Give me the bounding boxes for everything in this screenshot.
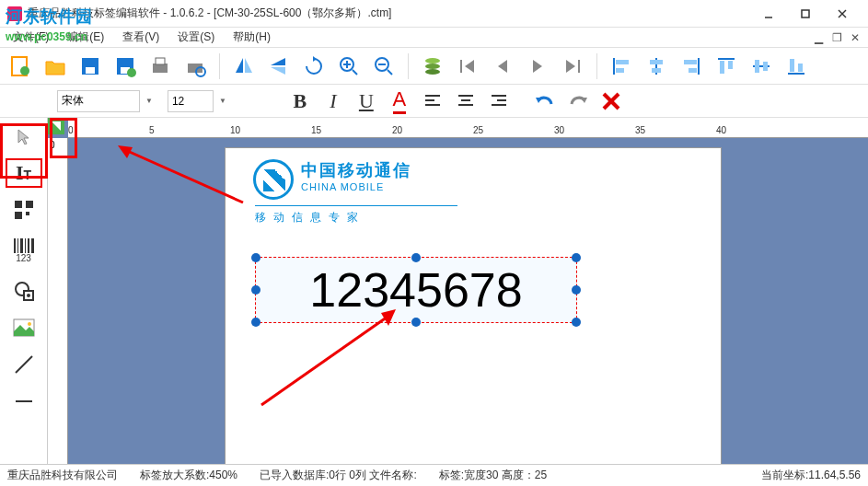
side-toolbar: IT 123 xyxy=(0,118,48,464)
ruler-origin-marker[interactable] xyxy=(48,118,64,134)
close-button[interactable] xyxy=(824,1,861,27)
underline-button[interactable]: U xyxy=(352,88,381,114)
new-icon xyxy=(8,54,32,78)
flip-v-button[interactable] xyxy=(264,52,294,81)
last-icon xyxy=(562,56,583,76)
resize-handle-sw[interactable] xyxy=(251,318,260,327)
barcode-tool[interactable]: 123 xyxy=(6,232,42,269)
last-button[interactable] xyxy=(558,52,587,81)
mdi-close-button[interactable]: ✕ xyxy=(848,30,862,45)
resize-handle-n[interactable] xyxy=(411,253,421,262)
undo-button[interactable] xyxy=(530,88,560,114)
svg-rect-38 xyxy=(728,61,733,69)
prev-button[interactable] xyxy=(488,52,517,81)
svg-point-23 xyxy=(425,64,440,69)
svg-rect-31 xyxy=(650,60,663,64)
qrcode-tool[interactable] xyxy=(6,195,42,225)
image-tool[interactable] xyxy=(6,313,42,342)
separator xyxy=(596,53,597,79)
align-left-button[interactable] xyxy=(607,52,636,81)
delete-icon xyxy=(600,90,622,112)
italic-button[interactable]: I xyxy=(318,88,348,114)
resize-handle-ne[interactable] xyxy=(572,253,581,262)
svg-rect-7 xyxy=(86,67,95,74)
new-button[interactable] xyxy=(6,52,35,81)
pointer-tool[interactable] xyxy=(6,122,42,151)
print-preview-icon xyxy=(183,54,207,78)
logo-block[interactable]: 中国移动通信 CHINA MOBILE xyxy=(253,159,411,200)
label-sheet[interactable]: 中国移动通信 CHINA MOBILE 移动信息专家 12345678 xyxy=(225,147,722,464)
china-mobile-logo-icon xyxy=(253,159,294,200)
save-icon xyxy=(78,54,102,78)
flip-h-button[interactable] xyxy=(229,52,259,81)
align-center-text-button[interactable] xyxy=(451,88,480,114)
status-coords: 当前坐标:11.64,5.56 xyxy=(761,468,861,483)
menu-file[interactable]: 文件(F) xyxy=(6,28,56,47)
svg-rect-28 xyxy=(616,60,629,64)
chevron-down-icon[interactable]: ▼ xyxy=(145,97,153,105)
mdi-minimize-button[interactable]: ▁ xyxy=(811,30,826,45)
chevron-down-icon[interactable]: ▼ xyxy=(219,97,226,105)
align-left-text-button[interactable] xyxy=(418,88,447,114)
resize-handle-s[interactable] xyxy=(411,318,421,327)
font-family-select[interactable] xyxy=(57,90,140,112)
svg-rect-56 xyxy=(15,201,22,208)
resize-handle-e[interactable] xyxy=(572,285,581,295)
mdi-controls: ▁ ❐ ✕ xyxy=(811,30,862,45)
logo-subtitle: 移动信息专家 xyxy=(255,205,457,226)
first-button[interactable] xyxy=(453,52,482,81)
menu-edit[interactable]: 编辑(E) xyxy=(60,28,111,47)
zoom-in-button[interactable] xyxy=(334,52,364,81)
svg-line-21 xyxy=(388,70,392,75)
align-right-text-button[interactable] xyxy=(484,88,514,114)
database-button[interactable] xyxy=(418,52,447,81)
status-zoom: 标签放大系数:450% xyxy=(140,468,237,483)
prev-icon xyxy=(492,56,513,76)
design-canvas[interactable]: 中国移动通信 CHINA MOBILE 移动信息专家 12345678 xyxy=(68,138,868,464)
font-size-select[interactable] xyxy=(168,90,214,112)
next-button[interactable] xyxy=(523,52,552,81)
app-icon xyxy=(7,6,22,21)
menu-settings[interactable]: 设置(S) xyxy=(170,28,222,47)
align-bottom-button[interactable] xyxy=(781,52,811,81)
svg-rect-32 xyxy=(652,68,661,73)
vertical-ruler[interactable]: 0 xyxy=(48,138,68,464)
line-tool[interactable] xyxy=(6,350,42,379)
align-middle-button[interactable] xyxy=(746,52,776,81)
align-left-edge-icon xyxy=(610,55,632,77)
redo-button[interactable] xyxy=(563,88,593,114)
mdi-restore-button[interactable]: ❐ xyxy=(829,30,844,45)
font-color-button[interactable]: A xyxy=(385,88,414,114)
bold-button[interactable]: B xyxy=(285,88,315,114)
svg-rect-43 xyxy=(790,59,794,72)
zoom-out-button[interactable] xyxy=(369,52,399,81)
resize-handle-se[interactable] xyxy=(572,318,581,327)
open-button[interactable] xyxy=(41,52,70,81)
align-center-h-button[interactable] xyxy=(642,52,671,81)
menu-view[interactable]: 查看(V) xyxy=(115,28,167,47)
hline-tool[interactable] xyxy=(6,387,42,416)
align-top-button[interactable] xyxy=(712,52,741,81)
status-bar: 重庆品胜科技有限公司 标签放大系数:450% 已导入数据库:0行 0列 文件名称… xyxy=(0,464,868,486)
save-as-button[interactable] xyxy=(110,52,140,81)
maximize-button[interactable] xyxy=(787,1,824,27)
title-bar: 重庆品胜科技标签编辑软件 - 1.0.6.2 - [CM-30-25SL-600… xyxy=(0,0,868,28)
text-tool[interactable]: IT xyxy=(6,158,42,188)
resize-handle-nw[interactable] xyxy=(251,253,260,262)
delete-button[interactable] xyxy=(596,88,626,114)
print-preview-button[interactable] xyxy=(180,52,210,81)
main-toolbar xyxy=(0,48,868,85)
resize-handle-w[interactable] xyxy=(251,285,260,295)
menu-help[interactable]: 帮助(H) xyxy=(226,28,278,47)
rotate-button[interactable] xyxy=(299,52,329,81)
workspace: IT 123 0 5 10 15 20 25 30 35 40 0 xyxy=(0,118,868,464)
shape-tool[interactable] xyxy=(6,276,42,306)
print-button[interactable] xyxy=(145,52,175,81)
svg-rect-64 xyxy=(28,238,29,253)
save-button[interactable] xyxy=(75,52,105,81)
horizontal-ruler[interactable]: 0 5 10 15 20 25 30 35 40 xyxy=(68,118,868,138)
align-right-button[interactable] xyxy=(677,52,706,81)
selected-text-element[interactable]: 12345678 xyxy=(255,257,577,323)
separator xyxy=(219,53,220,79)
minimize-button[interactable] xyxy=(750,1,787,27)
